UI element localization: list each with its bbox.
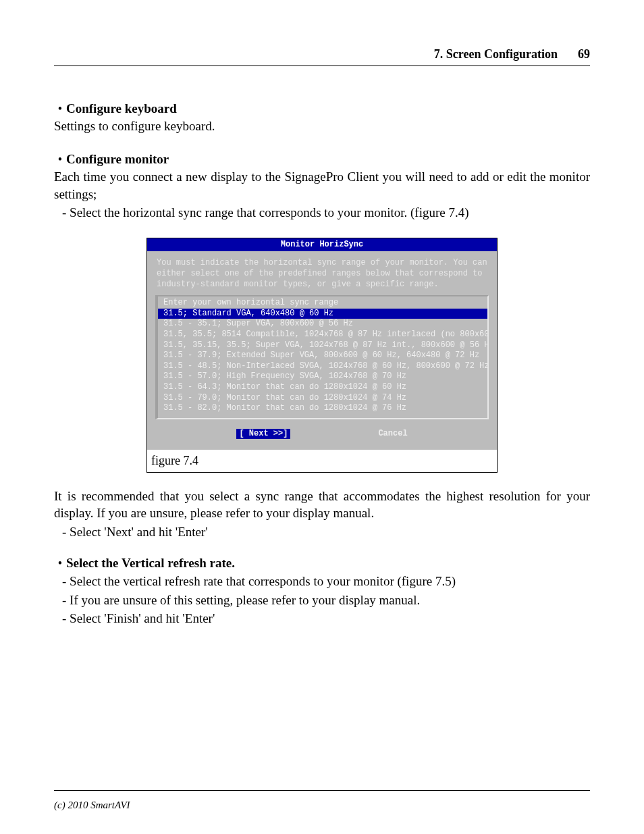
- next-button[interactable]: [ Next >>]: [236, 429, 290, 440]
- sync-range-option[interactable]: 31.5 - 35.1; Super VGA, 800x600 @ 56 Hz: [158, 319, 487, 330]
- bullet-icon: •: [54, 153, 66, 165]
- sync-range-option[interactable]: 31.5 - 48.5; Non-Interlaced SVGA, 1024x7…: [158, 361, 487, 372]
- sync-range-option[interactable]: 31.5, 35.5; 8514 Compatible, 1024x768 @ …: [158, 330, 487, 340]
- sync-range-option[interactable]: 31.5 - 57.0; High Frequency SVGA, 1024x7…: [158, 371, 487, 382]
- sync-range-option[interactable]: 31.5 - 37.9; Extended Super VGA, 800x600…: [158, 350, 487, 361]
- configure-keyboard-title: Configure keyboard: [66, 100, 177, 118]
- sync-range-option[interactable]: 31.5, 35.15, 35.5; Super VGA, 1024x768 @…: [158, 340, 487, 351]
- header-rule: [54, 66, 590, 66]
- vertical-refresh-step-1: - Select the vertical refresh rate that …: [62, 573, 590, 590]
- dialog-instructions: You must indicate the horizontal sync ra…: [157, 258, 487, 290]
- header-section-title: 7. Screen Configuration: [434, 47, 558, 61]
- figure-7-4: Monitor HorizSync You must indicate the …: [146, 238, 498, 473]
- recommendation-text: It is recommended that you select a sync…: [54, 488, 590, 522]
- sync-range-option-list[interactable]: Enter your own horizontal sync range31.5…: [155, 295, 489, 419]
- configure-keyboard-desc: Settings to configure keyboard.: [54, 118, 590, 135]
- sync-range-option[interactable]: 31.5; Standard VGA, 640x480 @ 60 Hz: [158, 309, 487, 319]
- sync-range-option[interactable]: 31.5 - 79.0; Monitor that can do 1280x10…: [158, 393, 487, 404]
- dialog-title: Monitor HorizSync: [147, 238, 497, 252]
- sync-range-option[interactable]: 31.5 - 64.3; Monitor that can do 1280x10…: [158, 382, 487, 393]
- recommendation-step-1: - Select 'Next' and hit 'Enter': [62, 523, 590, 541]
- footer-copyright: (c) 2010 SmartAVI: [54, 800, 130, 811]
- vertical-refresh-title: Select the Vertical refresh rate.: [66, 554, 235, 572]
- configure-monitor-desc: Each time you connect a new display to t…: [54, 168, 590, 203]
- monitor-horizsync-dialog: Monitor HorizSync You must indicate the …: [147, 238, 497, 450]
- cancel-button[interactable]: Cancel: [378, 429, 407, 440]
- sync-range-option[interactable]: Enter your own horizontal sync range: [158, 298, 487, 309]
- vertical-refresh-step-2: - If you are unsure of this setting, ple…: [62, 592, 590, 609]
- configure-monitor-title: Configure monitor: [66, 151, 169, 168]
- footer-rule: [54, 790, 590, 791]
- figure-caption: figure 7.4: [147, 450, 497, 471]
- configure-monitor-step-1: - Select the horizontal sync range that …: [62, 204, 590, 221]
- sync-range-option[interactable]: 31.5 - 82.0; Monitor that can do 1280x10…: [158, 403, 487, 414]
- bullet-icon: •: [54, 103, 66, 115]
- header-page-number: 69: [578, 47, 590, 61]
- vertical-refresh-step-3: - Select 'Finish' and hit 'Enter': [62, 610, 590, 627]
- bullet-icon: •: [54, 557, 66, 569]
